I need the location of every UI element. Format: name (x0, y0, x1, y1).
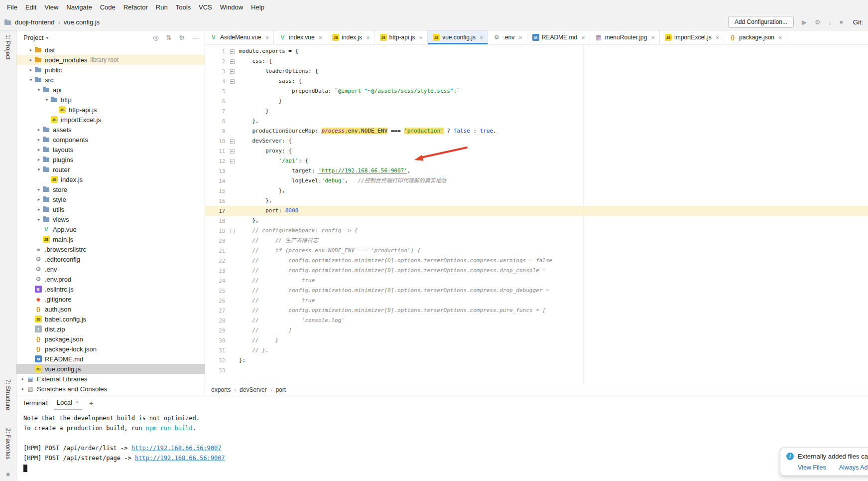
menu-item-window[interactable]: Window (216, 1, 247, 13)
code-line-22[interactable]: 22 // config.optimization.minimizer[0].o… (205, 256, 868, 266)
code-line-7[interactable]: 7 } (205, 106, 868, 116)
code-line-29[interactable]: 29 // ] (205, 325, 868, 335)
code-line-14[interactable]: 14 logLevel:'debug', //控制台终端打印代理前的真实地址 (205, 176, 868, 186)
menu-item-view[interactable]: View (40, 1, 62, 13)
editor-tab-importexcel-js[interactable]: JSimportExcel.js× (660, 30, 724, 44)
notification-action-view-files[interactable]: View Files (798, 464, 826, 471)
menu-item-refactor[interactable]: Refactor (120, 1, 152, 13)
tree-item-dist-zip[interactable]: Zdist.zip (16, 324, 205, 334)
close-tab-icon[interactable]: × (518, 34, 522, 41)
code-line-1[interactable]: 1−module.exports = { (205, 46, 868, 56)
editor-tab-readme-md[interactable]: MREADME.md× (527, 30, 590, 44)
code-line-24[interactable]: 24 // true (205, 276, 868, 286)
breadcrumb-project[interactable]: duoji-frontend (15, 18, 55, 26)
tree-item-app-vue[interactable]: VApp.vue (16, 224, 205, 234)
code-line-4[interactable]: 4− sass: { (205, 76, 868, 86)
tool-stripe-structure[interactable]: 7: Structure (4, 379, 11, 410)
code-line-31[interactable]: 31 // }, (205, 345, 868, 355)
tree-item-style[interactable]: ▸style (16, 194, 205, 204)
tree-item-editorconfig[interactable]: ⚙.editorconfig (16, 254, 205, 264)
tree-item-views[interactable]: ▸views (16, 214, 205, 224)
editor-tab-package-json[interactable]: {}package.json× (724, 30, 787, 44)
tree-item-src[interactable]: ▾src (16, 75, 205, 85)
run-icon[interactable]: ▶ (802, 18, 807, 26)
code-line-3[interactable]: 3− loaderOptions: { (205, 66, 868, 76)
code-line-16[interactable]: 16 }, (205, 196, 868, 206)
chevron-right-icon[interactable]: ▸ (35, 157, 42, 162)
tree-item-public[interactable]: ▸public (16, 65, 205, 75)
editor-tab-env[interactable]: ⚙.env× (488, 30, 527, 44)
code-line-26[interactable]: 26 // true (205, 296, 868, 306)
chevron-down-icon[interactable]: ▾ (35, 87, 42, 92)
notification-action-always-add[interactable]: Always Add (839, 464, 868, 471)
tree-item-http[interactable]: ▾http (16, 95, 205, 105)
fold-collapse-icon[interactable]: − (230, 79, 235, 84)
tree-item-browserslistrc[interactable]: ≡.browserslistrc (16, 244, 205, 254)
code-line-18[interactable]: 18 }, (205, 216, 868, 226)
chevron-right-icon[interactable]: ▸ (19, 376, 26, 381)
chevron-down-icon[interactable]: ▾ (35, 167, 42, 172)
close-tab-icon[interactable]: × (319, 34, 323, 41)
editor-tab-index-vue[interactable]: Vindex.vue× (274, 30, 327, 44)
project-panel-title[interactable]: Project (23, 34, 43, 41)
code-line-17[interactable]: 17 port: 8008 (205, 206, 868, 216)
tree-item-store[interactable]: ▸store (16, 184, 205, 194)
chevron-down-icon[interactable]: ▾ (27, 77, 34, 82)
editor-tab-index-js[interactable]: JSindex.js× (327, 30, 374, 44)
editor-tab-vue-config-js[interactable]: JSvue.config.js× (428, 30, 488, 44)
chevron-right-icon[interactable]: ▸ (19, 386, 26, 391)
tree-item-gitignore[interactable]: ◆.gitignore (16, 294, 205, 304)
code-line-6[interactable]: 6 } (205, 96, 868, 106)
code-line-9[interactable]: 9 productionSourceMap: process.env.NODE_… (205, 126, 868, 136)
fold-collapse-icon[interactable]: − (230, 159, 235, 163)
tree-item-utils[interactable]: ▸utils (16, 204, 205, 214)
code-line-11[interactable]: 11− proxy: { (205, 146, 868, 156)
tree-item-eslintrc-js[interactable]: E.eslintrc.js (16, 284, 205, 294)
chevron-right-icon[interactable]: ▸ (27, 67, 34, 72)
terminal-tab-local[interactable]: Local × (54, 396, 82, 410)
tree-item-babel-config-js[interactable]: JSbabel.config.js (16, 314, 205, 324)
hide-panel-icon[interactable]: — (192, 34, 199, 41)
update-project-icon[interactable]: ↓ (829, 18, 832, 26)
menu-item-code[interactable]: Code (96, 1, 120, 13)
tree-item-auth-json[interactable]: {}auth.json (16, 304, 205, 314)
code-line-30[interactable]: 30 // } (205, 335, 868, 345)
code-line-5[interactable]: 5 prependData: `@import "~@/assets/scss/… (205, 86, 868, 96)
code-line-8[interactable]: 8 }, (205, 116, 868, 126)
fold-collapse-icon[interactable]: − (230, 139, 235, 144)
tree-item-external-libraries[interactable]: ▸▤External Libraries (16, 374, 205, 384)
terminal-link[interactable]: http://192.168.66.56:9007 (131, 445, 222, 452)
locate-file-icon[interactable]: ◎ (153, 34, 158, 41)
tree-item-package-json[interactable]: {}package.json (16, 334, 205, 344)
editor-breadcrumb-devserver[interactable]: devServer (240, 386, 267, 393)
menu-item-help[interactable]: Help (247, 1, 268, 13)
tree-item-layouts[interactable]: ▸layouts (16, 145, 205, 155)
close-tab-icon[interactable]: × (265, 34, 269, 41)
editor-tab-menurouter-jpg[interactable]: ▦menuRouter.jpg× (590, 30, 660, 44)
menu-item-tools[interactable]: Tools (172, 1, 195, 13)
chevron-right-icon[interactable]: ▸ (35, 207, 42, 212)
menu-item-run[interactable]: Run (152, 1, 172, 13)
chevron-right-icon[interactable]: ▸ (35, 147, 42, 152)
chevron-down-icon[interactable]: ▾ (43, 97, 50, 102)
code-line-12[interactable]: 12− '/api': { (205, 156, 868, 166)
breadcrumb-file[interactable]: vue.config.js (64, 18, 100, 26)
tree-item-main-js[interactable]: JSmain.js (16, 234, 205, 244)
close-tab-icon[interactable]: × (366, 34, 370, 41)
menu-item-edit[interactable]: Edit (21, 1, 40, 13)
close-icon[interactable]: × (76, 399, 79, 406)
new-terminal-icon[interactable]: + (89, 399, 94, 407)
fold-collapse-icon[interactable]: − (230, 49, 235, 54)
debug-settings-icon[interactable]: ⚙ (815, 18, 821, 26)
tree-item-api[interactable]: ▾api (16, 85, 205, 95)
chevron-down-icon[interactable]: ▾ (46, 35, 48, 40)
favorites-star-icon[interactable]: ★ (5, 471, 11, 478)
tree-item-importexcel-js[interactable]: JSimportExcel.js (16, 115, 205, 125)
tree-item-readme-md[interactable]: MREADME.md (16, 354, 205, 364)
close-tab-icon[interactable]: × (581, 34, 585, 41)
terminal-link[interactable]: http://192.168.66.56:9007 (135, 455, 225, 462)
tree-item-assets[interactable]: ▸assets (16, 125, 205, 135)
code-line-28[interactable]: 28 // 'console.log' (205, 316, 868, 325)
editor-tab-http-api-js[interactable]: JShttp-api.js× (375, 30, 428, 44)
chevron-right-icon[interactable]: ▸ (35, 127, 42, 132)
